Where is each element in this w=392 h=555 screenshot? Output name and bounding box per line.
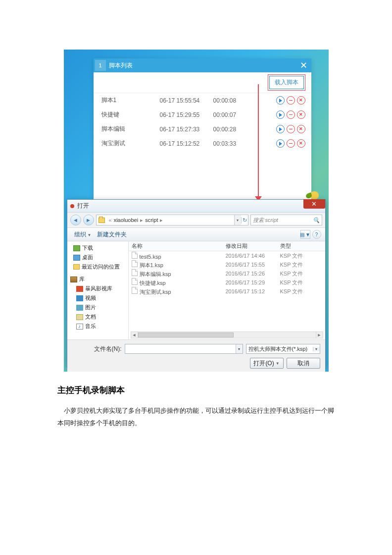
file-header[interactable]: 名称 修改日期 类型 bbox=[129, 241, 325, 251]
delete-icon[interactable]: ✕ bbox=[297, 96, 305, 105]
script-name: 快捷键 bbox=[101, 111, 160, 119]
play-icon[interactable] bbox=[276, 96, 285, 105]
folder-icon bbox=[98, 218, 105, 223]
script-duration: 00:00:07 bbox=[213, 111, 252, 118]
tree-libraries[interactable]: 库 bbox=[67, 275, 128, 284]
script-list-panel: 1 脚本列表 ✕ 载入脚本 脚本106-17 15:55:5400:00:08✕… bbox=[94, 58, 311, 200]
filename-input[interactable]: ▾ bbox=[125, 344, 243, 354]
filetype-filter[interactable]: 控机大师脚本文件(*.ksp)▾ bbox=[246, 344, 320, 354]
cancel-button[interactable]: 取消 bbox=[287, 358, 320, 369]
file-row[interactable]: test5.ksp2016/6/17 14:46KSP 文件 bbox=[129, 251, 325, 260]
panel-title: 脚本列表 bbox=[109, 61, 133, 70]
dialog-toolbar: 组织▼ 新建文件夹 ▤▼ ? bbox=[67, 227, 325, 241]
file-icon bbox=[132, 252, 138, 259]
breadcrumb-dropdown[interactable]: ▾ bbox=[234, 215, 241, 225]
tree-music[interactable]: ♪音乐 bbox=[67, 322, 128, 331]
tree-downloads[interactable]: 下载 bbox=[67, 243, 128, 253]
file-row[interactable]: 快捷键.ksp2016/6/17 15:29KSP 文件 bbox=[129, 278, 325, 287]
file-row[interactable]: 脚本编辑.ksp2016/6/17 15:26KSP 文件 bbox=[129, 269, 325, 278]
scroll-thumb[interactable] bbox=[138, 333, 234, 337]
tree-documents[interactable]: 文档 bbox=[67, 312, 128, 322]
article-body: 小萝贝控机大师实现了多台手机同步操作的功能，可以通过录制或运行主控手机达到运行一… bbox=[57, 405, 335, 429]
file-list: 名称 修改日期 类型 test5.ksp2016/6/17 14:46KSP 文… bbox=[129, 241, 325, 339]
load-script-button[interactable]: 载入脚本 bbox=[269, 76, 304, 89]
screenshot-region: 1 脚本列表 ✕ 载入脚本 脚本106-17 15:55:5400:00:08✕… bbox=[64, 50, 329, 372]
script-duration: 00:00:08 bbox=[213, 97, 252, 104]
filename-label: 文件名(N): bbox=[72, 345, 122, 353]
tree-baofeng[interactable]: 暴风影视库 bbox=[67, 284, 128, 293]
script-duration: 00:03:33 bbox=[213, 140, 252, 147]
script-row: 快捷键06-17 15:29:5500:00:07✕ bbox=[94, 108, 311, 122]
delete-icon[interactable]: ✕ bbox=[297, 139, 305, 148]
dialog-title: 打开 bbox=[77, 202, 89, 210]
nav-tree: 下载 桌面 最近访问的位置 库 暴风影视库 视频 图片 文档 ♪音乐 bbox=[67, 241, 129, 339]
search-placeholder: 搜索 script bbox=[253, 217, 278, 224]
refresh-icon[interactable]: ↻ bbox=[241, 217, 248, 223]
delete-icon[interactable]: ✕ bbox=[297, 111, 305, 119]
script-name: 脚本1 bbox=[101, 96, 160, 105]
script-time: 06-17 15:29:55 bbox=[160, 111, 213, 118]
file-row[interactable]: 脚本1.ksp2016/6/17 15:55KSP 文件 bbox=[129, 260, 325, 269]
organize-menu[interactable]: 组织▼ bbox=[71, 229, 95, 240]
script-name: 淘宝测试 bbox=[101, 139, 160, 148]
col-name[interactable]: 名称 bbox=[129, 242, 223, 250]
script-name: 脚本编辑 bbox=[101, 125, 160, 133]
play-icon[interactable] bbox=[276, 111, 285, 119]
col-type[interactable]: 类型 bbox=[277, 242, 312, 250]
scroll-left-arrow[interactable]: ◄ bbox=[131, 332, 138, 338]
script-time: 06-17 15:27:33 bbox=[160, 126, 213, 133]
delete-icon[interactable]: ✕ bbox=[297, 125, 305, 133]
chevron-right-icon: ▸ bbox=[158, 217, 165, 223]
script-duration: 00:00:28 bbox=[213, 126, 252, 133]
horizontal-scrollbar[interactable]: ◄ ► bbox=[131, 332, 323, 338]
search-input[interactable]: 搜索 script 🔍 bbox=[250, 215, 322, 225]
nav-bar: ◄ ► « xiaoluobei ▸ script ▸ ▾ ↻ 搜索 scrip… bbox=[67, 213, 325, 227]
remove-icon[interactable] bbox=[287, 96, 295, 105]
play-icon[interactable] bbox=[276, 125, 285, 133]
script-time: 06-17 15:55:54 bbox=[160, 97, 213, 104]
breadcrumb[interactable]: « xiaoluobei ▸ script ▸ ▾ ↻ bbox=[96, 215, 248, 225]
file-row[interactable]: 淘宝测试.ksp2016/6/17 15:12KSP 文件 bbox=[129, 287, 325, 296]
tree-desktop[interactable]: 桌面 bbox=[67, 253, 128, 262]
script-row: 淘宝测试06-17 15:12:5200:03:33✕ bbox=[94, 136, 311, 151]
script-row: 脚本编辑06-17 15:27:3300:00:28✕ bbox=[94, 122, 311, 136]
col-date[interactable]: 修改日期 bbox=[223, 242, 277, 250]
open-button[interactable]: 打开(O)▼ bbox=[250, 358, 284, 369]
annotation-arrow bbox=[258, 84, 259, 198]
script-row: 脚本106-17 15:55:5400:00:08✕ bbox=[94, 93, 311, 108]
search-icon: 🔍 bbox=[313, 217, 320, 223]
chevron-right-icon: « bbox=[107, 217, 114, 223]
breadcrumb-seg[interactable]: script bbox=[145, 217, 158, 223]
load-row: 载入脚本 bbox=[94, 72, 311, 93]
panel-index: 1 bbox=[95, 60, 106, 71]
play-icon[interactable] bbox=[276, 139, 285, 148]
file-icon bbox=[132, 269, 138, 276]
dialog-titlebar: 打开 ✕ bbox=[67, 200, 325, 213]
dialog-close-button[interactable]: ✕ bbox=[303, 199, 325, 209]
tree-pictures[interactable]: 图片 bbox=[67, 303, 128, 312]
remove-icon[interactable] bbox=[287, 111, 295, 119]
new-folder-button[interactable]: 新建文件夹 bbox=[94, 229, 130, 240]
chevron-right-icon: ▸ bbox=[138, 217, 145, 223]
nav-forward-button[interactable]: ► bbox=[83, 215, 94, 225]
remove-icon[interactable] bbox=[287, 125, 295, 133]
close-icon[interactable]: ✕ bbox=[296, 58, 311, 72]
nav-back-button[interactable]: ◄ bbox=[70, 215, 81, 225]
help-icon[interactable]: ? bbox=[312, 230, 321, 239]
breadcrumb-seg[interactable]: xiaoluobei bbox=[114, 217, 139, 223]
article-heading: 主控手机录制脚本 bbox=[57, 385, 335, 396]
tree-recent[interactable]: 最近访问的位置 bbox=[67, 262, 128, 272]
script-time: 06-17 15:12:52 bbox=[160, 140, 213, 147]
file-icon bbox=[132, 287, 138, 294]
file-icon bbox=[132, 260, 138, 267]
filter-dropdown[interactable]: ▾ bbox=[313, 347, 320, 351]
tree-video[interactable]: 视频 bbox=[67, 293, 128, 303]
app-icon bbox=[70, 204, 74, 208]
scroll-right-arrow[interactable]: ► bbox=[316, 332, 323, 338]
load-button-highlight: 载入脚本 bbox=[268, 74, 305, 91]
filename-dropdown[interactable]: ▾ bbox=[236, 344, 243, 353]
open-dialog: 打开 ✕ ◄ ► « xiaoluobei ▸ script ▸ ▾ ↻ 搜索 … bbox=[67, 199, 326, 368]
article: 主控手机录制脚本 小萝贝控机大师实现了多台手机同步操作的功能，可以通过录制或运行… bbox=[57, 385, 335, 429]
remove-icon[interactable] bbox=[287, 139, 295, 148]
view-mode-button[interactable]: ▤▼ bbox=[300, 230, 310, 239]
